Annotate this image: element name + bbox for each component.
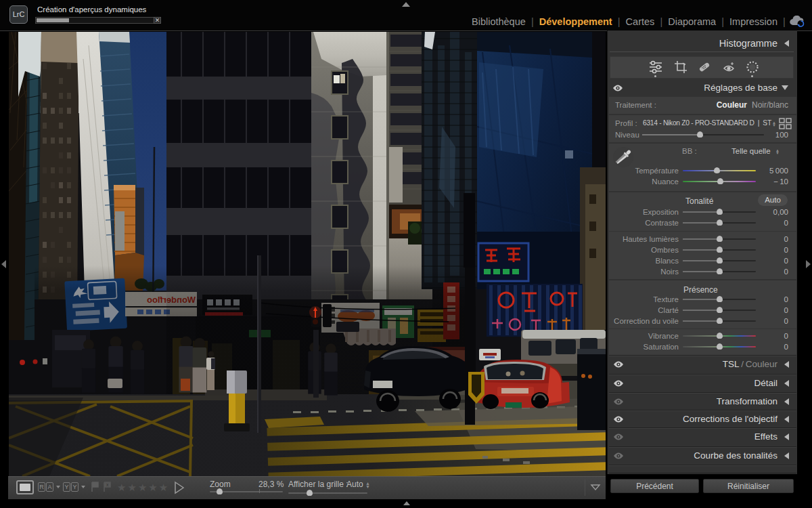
svg-text:x: x [106, 482, 109, 487]
